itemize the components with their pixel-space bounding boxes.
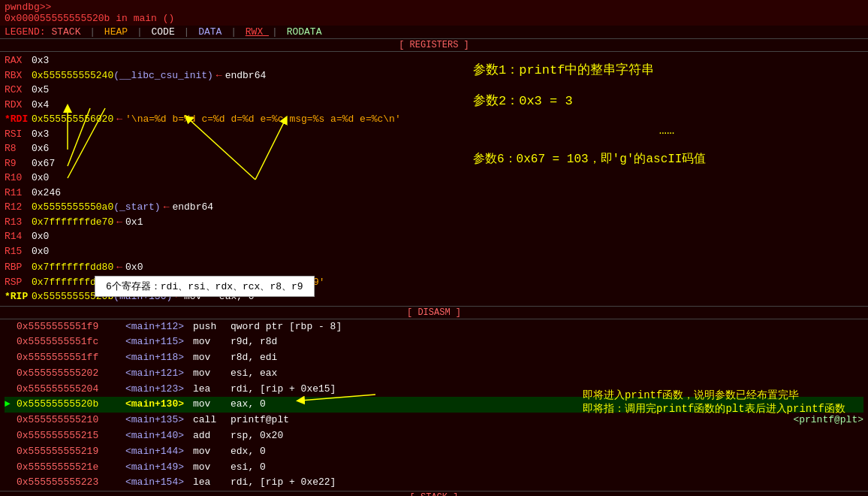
- disasm-header: [ DISASM ]: [0, 306, 868, 319]
- reg-r13: R13 0x7fffffffde70 ← 0x1: [5, 215, 461, 230]
- reg-r10: R10 0x0: [5, 171, 461, 186]
- legend-rodata: RODATA: [287, 26, 322, 38]
- stack-header: [ STACK ]: [0, 491, 868, 496]
- registers-left: RAX 0x3 RBX 0x555555555240 (__libc_csu_i…: [0, 52, 466, 306]
- reg-r8: R8 0x6: [5, 141, 461, 156]
- reg-rbx: RBX 0x555555555240 (__libc_csu_init) ← e…: [5, 68, 461, 83]
- annotation-param6: 参数6：0x67 = 103，即'g'的ascII码值: [473, 147, 860, 173]
- disasm-row-2: 0x5555555551ff <main+118> mov r8d, edi: [5, 350, 863, 366]
- annotation-param1: 参数1：printf中的整串字符串: [473, 55, 860, 87]
- reg-rbp: RBP 0x7fffffffdd80 ← 0x0: [5, 260, 461, 275]
- disasm-row-8: 0x555555555219 <main+144> mov edx, 0: [5, 444, 863, 460]
- reg-r14: R14 0x0: [5, 229, 461, 244]
- legend-rwx: RWX: [246, 26, 269, 38]
- disasm-annotation-1: 即将进入printf函数，说明参数已经布置完毕 即将指：调用完printf函数的…: [583, 389, 845, 416]
- disasm-row-7: 0x555555555215 <main+140> add rsp, 0x20: [5, 428, 863, 444]
- reg-rcx: RCX 0x5: [5, 83, 461, 98]
- disasm-rows: 0x5555555551f9 <main+112> push qword ptr…: [0, 319, 868, 491]
- reg-rax: RAX 0x3: [5, 53, 461, 68]
- prompt: pwndbg>: [5, 2, 46, 13]
- disasm-row-3: 0x555555555202 <main+121> mov esi, eax: [5, 366, 863, 382]
- reg-r15: R15 0x0: [5, 244, 461, 259]
- legend-stack: STACK: [51, 26, 86, 38]
- legend-data: DATA: [198, 26, 228, 38]
- annotation-param2: 参数2：0x3 = 3: [473, 87, 860, 115]
- disasm-row-9: 0x55555555521e <main+149> mov esi, 0: [5, 460, 863, 476]
- current-line: 0x000055555555520b in main (): [5, 13, 174, 24]
- legend-bar: LEGEND: STACK | HEAP | CODE | DATA | RWX…: [0, 26, 868, 38]
- legend-heap: HEAP: [104, 26, 134, 38]
- disasm-row-10: 0x555555555223 <main+154> lea rdi, [rip …: [5, 475, 863, 491]
- reg-rdi: *RDI 0x555555556020 ← '\na=%d b=%d c=%d …: [5, 112, 461, 127]
- legend-code: CODE: [152, 26, 181, 38]
- reg-r12: R12 0x5555555550a0 (_start) ← endbr64: [5, 200, 461, 215]
- annotation-ellipsis: ……: [473, 115, 860, 147]
- legend-label: LEGEND:: [5, 26, 46, 38]
- callout-box: 6个寄存器：rdi、rsi、rdx、rcx、r8、r9: [95, 276, 315, 297]
- disasm-section: 0x5555555551f9 <main+112> push qword ptr…: [0, 319, 868, 491]
- terminal: pwndbg>> 0x000055555555520b in main () L…: [0, 0, 868, 496]
- registers-header: [ REGISTERS ]: [0, 38, 868, 52]
- reg-rdx: RDX 0x4: [5, 98, 461, 113]
- reg-r11: R11 0x246: [5, 186, 461, 201]
- registers-annotations: 参数1：printf中的整串字符串 参数2：0x3 = 3 …… 参数6：0x6…: [466, 52, 868, 306]
- prompt-line: pwndbg>> 0x000055555555520b in main (): [0, 0, 868, 26]
- disasm-row-0: 0x5555555551f9 <main+112> push qword ptr…: [5, 319, 863, 335]
- registers-section: RAX 0x3 RBX 0x555555555240 (__libc_csu_i…: [0, 52, 868, 306]
- reg-r9: R9 0x67: [5, 156, 461, 171]
- disasm-row-1: 0x5555555551fc <main+115> mov r9d, r8d: [5, 334, 863, 350]
- reg-rsi: RSI 0x3: [5, 127, 461, 142]
